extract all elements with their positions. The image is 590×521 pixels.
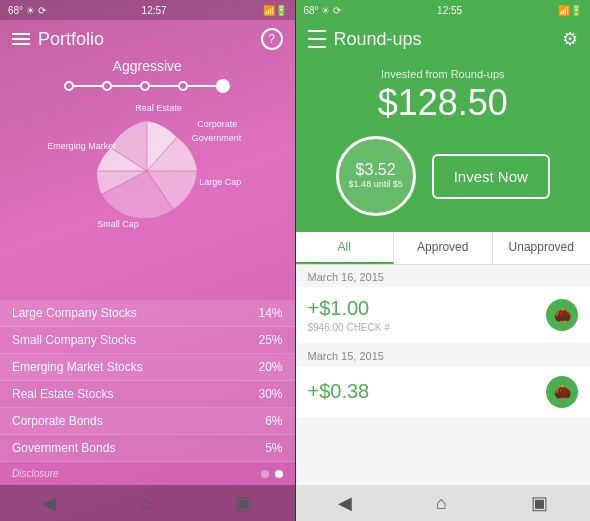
transaction-amount-0: +$1.00 [308, 297, 390, 320]
green-hero-section: Invested from Round-ups $128.50 $3.52 $1… [296, 58, 591, 232]
stock-item-real-estate[interactable]: Real Estate Stocks 30% [0, 381, 295, 408]
circle-amount: $3.52 [356, 161, 396, 179]
right-back-button[interactable]: ◀ [338, 492, 352, 514]
page-dot-1[interactable] [261, 470, 269, 478]
hamburger-menu-button[interactable] [12, 33, 30, 45]
tab-approved[interactable]: Approved [394, 232, 493, 264]
left-back-button[interactable]: ◀ [42, 492, 56, 514]
stock-name-government: Government Bonds [12, 441, 115, 455]
label-government: Government [192, 133, 242, 143]
label-corporate: Corporate [197, 119, 237, 129]
transaction-left-0: +$1.00 $946.00 CHECK # [308, 297, 390, 333]
right-home-button[interactable]: ⌂ [436, 493, 447, 514]
hamburger-line-2 [12, 38, 30, 40]
left-status-right: 📶🔋 [263, 5, 287, 16]
label-real-estate: Real Estate [135, 103, 182, 113]
right-status-left: 68° ☀ ⟳ [304, 5, 342, 16]
page-dots [261, 470, 283, 478]
label-large-cap: Large Cap [199, 177, 241, 187]
hamburger-line-3 [12, 43, 30, 45]
right-panel: 68° ☀ ⟳ 12:55 📶🔋 Round-ups ⚙ Invested fr… [296, 0, 591, 521]
left-home-button[interactable]: ⌂ [140, 493, 151, 514]
right-recent-button[interactable]: ▣ [531, 492, 548, 514]
timeline-line-2 [112, 85, 140, 87]
right-header-left: Round-ups [308, 29, 422, 50]
portfolio-title: Portfolio [38, 29, 104, 50]
acorn-icon-0: 🌰 [546, 299, 578, 331]
stock-item-corporate-bonds[interactable]: Corporate Bonds 6% [0, 408, 295, 435]
pie-chart-container: Real Estate Corporate Government Large C… [67, 101, 227, 231]
stock-name-corporate: Corporate Bonds [12, 414, 103, 428]
invested-label: Invested from Round-ups [381, 68, 505, 80]
timeline-dot-2[interactable] [102, 81, 112, 91]
right-header: Round-ups ⚙ [296, 20, 591, 58]
circle-sub-text: $1.48 until $5 [349, 179, 403, 191]
left-status-left: 68° ☀ ⟳ [8, 5, 46, 16]
left-panel: 68° ☀ ⟳ 12:57 📶🔋 Portfolio ? Aggressive [0, 0, 295, 521]
transaction-item-0[interactable]: +$1.00 $946.00 CHECK # 🌰 [296, 287, 591, 343]
right-hamburger-line-1 [308, 30, 326, 32]
timeline [64, 79, 230, 93]
timeline-line-3 [150, 85, 178, 87]
timeline-line-4 [188, 85, 216, 87]
stock-pct-emerging: 20% [258, 360, 282, 374]
round-up-circle: $3.52 $1.48 until $5 [336, 136, 416, 216]
transaction-left-1: +$0.38 [308, 380, 370, 405]
stock-name-large: Large Company Stocks [12, 306, 137, 320]
stock-pct-large: 14% [258, 306, 282, 320]
left-nav-bar: ◀ ⌂ ▣ [0, 485, 295, 521]
tabs-row: All Approved Unapproved [296, 232, 591, 265]
roundups-title: Round-ups [334, 29, 422, 50]
stock-pct-real-estate: 30% [258, 387, 282, 401]
right-hamburger-line-3 [308, 46, 326, 48]
left-footer: Disclosure [0, 462, 295, 485]
label-small-cap: Small Cap [97, 219, 139, 229]
right-status-time: 12:55 [437, 5, 462, 16]
stock-name-real-estate: Real Estate Stocks [12, 387, 113, 401]
settings-gear-icon[interactable]: ⚙ [562, 28, 578, 50]
hamburger-line-1 [12, 33, 30, 35]
acorn-icon-1: 🌰 [546, 376, 578, 408]
timeline-dot-4[interactable] [178, 81, 188, 91]
transaction-detail-0: $946.00 CHECK # [308, 322, 390, 333]
date-header-march16: March 16, 2015 [296, 265, 591, 287]
stock-pct-small: 25% [258, 333, 282, 347]
transaction-item-1[interactable]: +$0.38 🌰 [296, 366, 591, 418]
right-hamburger-line-2 [308, 38, 326, 40]
stock-item-emerging[interactable]: Emerging Market Stocks 20% [0, 354, 295, 381]
invested-amount: $128.50 [378, 82, 508, 124]
timeline-dot-3[interactable] [140, 81, 150, 91]
timeline-dot-5-active[interactable] [216, 79, 230, 93]
round-up-row: $3.52 $1.48 until $5 Invest Now [336, 136, 550, 216]
left-status-bar: 68° ☀ ⟳ 12:57 📶🔋 [0, 0, 295, 20]
page-dot-2-active[interactable] [275, 470, 283, 478]
stock-pct-corporate: 6% [265, 414, 282, 428]
chart-title: Aggressive [113, 58, 182, 74]
transaction-list: March 16, 2015 +$1.00 $946.00 CHECK # 🌰 … [296, 265, 591, 485]
stock-item-government-bonds[interactable]: Government Bonds 5% [0, 435, 295, 462]
left-recent-button[interactable]: ▣ [235, 492, 252, 514]
transaction-amount-1: +$0.38 [308, 380, 370, 403]
left-status-time: 12:57 [142, 5, 167, 16]
stock-item-large-company[interactable]: Large Company Stocks 14% [0, 300, 295, 327]
right-status-right: 📶🔋 [558, 5, 582, 16]
stock-item-small-company[interactable]: Small Company Stocks 25% [0, 327, 295, 354]
left-header: Portfolio ? [0, 20, 295, 58]
stock-name-emerging: Emerging Market Stocks [12, 360, 143, 374]
help-button[interactable]: ? [261, 28, 283, 50]
disclosure-link[interactable]: Disclosure [12, 468, 59, 479]
tab-unapproved[interactable]: Unapproved [493, 232, 591, 264]
stock-name-small: Small Company Stocks [12, 333, 136, 347]
stock-list: Large Company Stocks 14% Small Company S… [0, 300, 295, 462]
timeline-line-1 [74, 85, 102, 87]
date-header-march15: March 15, 2015 [296, 344, 591, 366]
label-emerging-market: Emerging Market [47, 141, 116, 151]
left-header-left: Portfolio [12, 29, 104, 50]
right-nav-bar: ◀ ⌂ ▣ [296, 485, 591, 521]
stock-pct-government: 5% [265, 441, 282, 455]
invest-now-button[interactable]: Invest Now [432, 154, 550, 199]
tab-all[interactable]: All [296, 232, 395, 264]
right-hamburger-button[interactable] [308, 30, 326, 48]
right-status-bar: 68° ☀ ⟳ 12:55 📶🔋 [296, 0, 591, 20]
timeline-dot-1[interactable] [64, 81, 74, 91]
